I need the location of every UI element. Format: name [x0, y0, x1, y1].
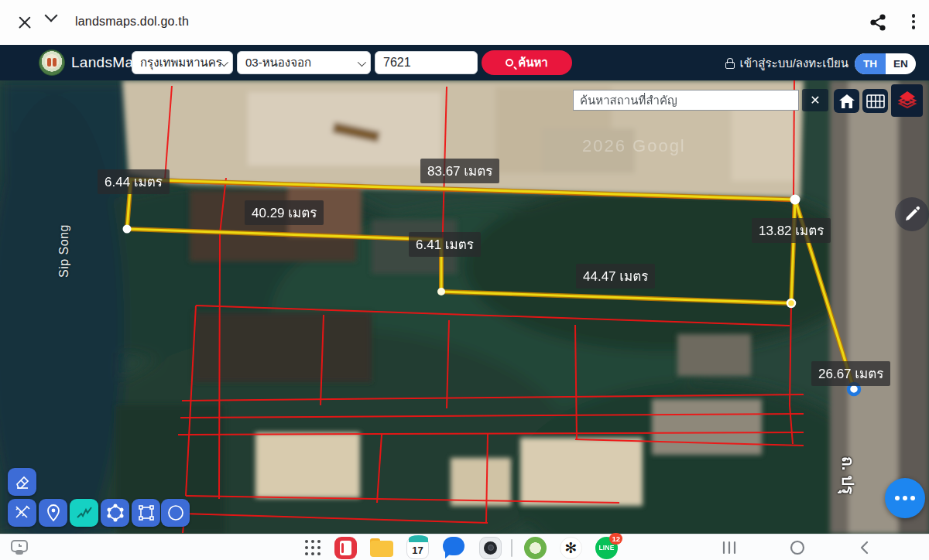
lock-icon — [725, 62, 735, 69]
app-calendar[interactable]: 17 — [406, 535, 429, 560]
map-search-close-button[interactable]: ✕ — [802, 89, 828, 111]
circle-tool-button[interactable] — [161, 499, 190, 527]
language-toggle: TH EN — [855, 53, 916, 74]
measurement-label: 26.67 เมตร — [811, 361, 890, 386]
login-link[interactable]: เข้าสู่ระบบ/ลงทะเบียน — [725, 54, 848, 73]
app-messages[interactable] — [443, 535, 464, 560]
measurement-label: 83.67 เมตร — [420, 159, 499, 183]
pin-tool-button[interactable] — [39, 499, 67, 527]
eraser-tool-button[interactable] — [8, 468, 36, 496]
map-canvas[interactable]: 2026 Googl — [0, 80, 929, 534]
rectangle-tool-button[interactable] — [132, 499, 160, 527]
nav-back-button[interactable] — [856, 535, 873, 560]
taskbar-divider — [511, 535, 512, 560]
edit-pencil-button[interactable] — [895, 197, 929, 231]
chatgpt-icon: ✻ — [565, 539, 578, 557]
polygon-icon — [106, 504, 125, 522]
taskbar: 17 ✻ LINE 12 — [0, 534, 929, 560]
screen: landsmaps.dol.go.th LandsMaps กรุงเทพมหา… — [0, 0, 929, 560]
pencil-ruler-icon — [13, 504, 32, 522]
measurement-label: 40.29 เมตร — [245, 200, 324, 225]
line-label: LINE — [598, 544, 614, 551]
home-icon — [838, 94, 855, 109]
share-icon[interactable] — [869, 13, 887, 32]
layers-icon — [896, 90, 918, 111]
grid-table-button[interactable] — [862, 89, 888, 113]
browser-bar: landsmaps.dol.go.th — [0, 0, 929, 45]
close-tab-icon[interactable] — [15, 13, 34, 32]
search-button-label: ค้นหา — [518, 53, 548, 72]
grid-icon — [866, 94, 885, 108]
polygon-tool-button[interactable] — [101, 499, 129, 527]
more-options-fab[interactable] — [885, 478, 925, 518]
dol-logo — [39, 50, 65, 76]
lang-en-button[interactable]: EN — [886, 53, 916, 74]
measurement-label: 6.41 เมตร — [409, 232, 481, 257]
map-search-input[interactable] — [573, 90, 799, 111]
measurement-label: 44.47 เมตร — [576, 264, 655, 289]
search-icon — [506, 59, 513, 67]
app-drawer-icon[interactable] — [305, 535, 321, 560]
measurement-label: 6.44 เมตร — [98, 169, 170, 194]
map-viewport[interactable]: 2026 Googl — [0, 80, 929, 534]
nav-recents-button[interactable] — [720, 535, 739, 560]
measurement-label: 13.82 เมตร — [752, 218, 831, 243]
app-dol[interactable] — [524, 535, 547, 560]
line-notification-badge: 12 — [609, 533, 622, 545]
eraser-icon — [14, 473, 31, 490]
district-select[interactable]: 03-หนองจอก — [237, 51, 371, 74]
chevron-down-icon[interactable] — [46, 11, 65, 29]
app-chatgpt[interactable]: ✻ — [560, 535, 582, 560]
app-camera[interactable] — [479, 535, 502, 560]
map-watermark: 2026 Googl — [582, 136, 686, 155]
location-pin-icon — [46, 504, 61, 522]
search-button[interactable]: ค้นหา — [482, 50, 572, 75]
app-line[interactable]: LINE 12 — [595, 535, 618, 560]
kebab-menu-icon[interactable] — [904, 12, 923, 30]
district-select-value: 03-หนองจอก — [245, 53, 311, 72]
province-select[interactable]: กรุงเทพมหานคร — [132, 51, 233, 74]
login-label: เข้าสู่ระบบ/ลงทะเบียน — [740, 54, 848, 73]
road-label-street: ถ. ปรุ — [835, 456, 861, 494]
rectangle-icon — [137, 504, 156, 522]
lang-th-button[interactable]: TH — [855, 53, 886, 74]
home-extent-button[interactable] — [834, 89, 859, 113]
nav-home-button[interactable] — [788, 535, 807, 560]
calendar-day: 17 — [412, 545, 423, 556]
pencil-icon — [903, 206, 920, 223]
road-label-sip-song: Sip Song — [57, 224, 71, 278]
layers-button[interactable] — [891, 84, 923, 117]
polyline-icon — [75, 504, 94, 522]
screen-clock-icon[interactable] — [9, 535, 29, 560]
url-text[interactable]: landsmaps.dol.go.th — [75, 15, 189, 29]
circle-icon — [166, 504, 185, 522]
polyline-tool-button-active[interactable] — [70, 499, 98, 527]
app-files-folder[interactable] — [370, 535, 393, 560]
app-notes[interactable] — [334, 535, 357, 560]
parcel-number-input[interactable] — [375, 51, 478, 74]
province-select-value: กรุงเทพมหานคร — [140, 53, 222, 72]
measure-draw-tool-button[interactable] — [8, 499, 36, 527]
